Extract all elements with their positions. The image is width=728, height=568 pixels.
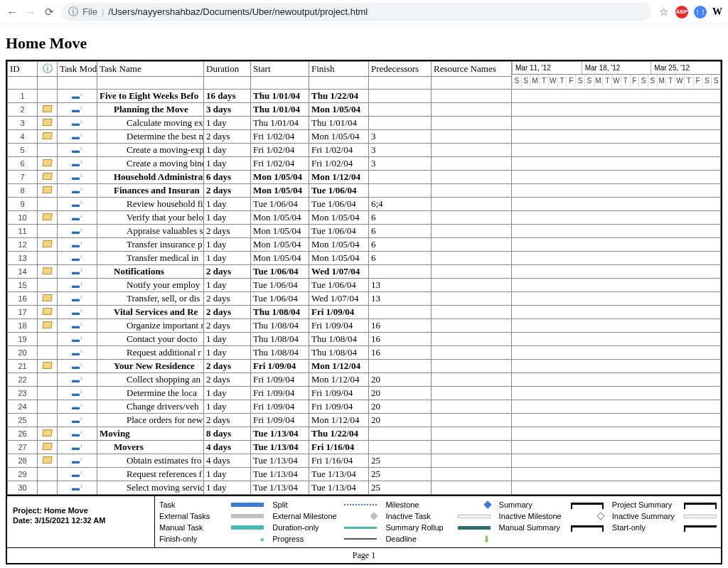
cell-resources[interactable] — [432, 319, 512, 333]
cell-name[interactable]: Movers — [97, 441, 204, 454]
cell-start[interactable]: Thu 1/01/04 — [251, 117, 309, 130]
cell-predecessors[interactable]: 16 — [369, 333, 432, 346]
cell-start[interactable]: Fri 1/02/04 — [251, 157, 309, 171]
cell-finish[interactable]: Thu 1/22/04 — [309, 427, 369, 441]
cell-start[interactable]: Fri 1/09/04 — [251, 400, 309, 414]
table-row[interactable]: 25Place orders for new2 daysFri 1/09/04M… — [8, 414, 721, 427]
table-row[interactable]: 3Calculate moving exp1 dayThu 1/01/04Thu… — [8, 117, 721, 130]
table-row[interactable]: 29Request references f1 dayTue 1/13/04Tu… — [8, 468, 721, 481]
cell-start[interactable]: Mon 1/05/04 — [251, 225, 309, 238]
cell-start[interactable]: Mon 1/05/04 — [251, 211, 309, 225]
cell-duration[interactable]: 1 day — [204, 346, 251, 360]
cell-duration[interactable]: 16 days — [204, 90, 251, 103]
cell-duration[interactable]: 2 days — [204, 292, 251, 306]
cell-resources[interactable] — [432, 373, 512, 387]
cell-predecessors[interactable]: 3 — [369, 144, 432, 157]
cell-duration[interactable]: 4 days — [204, 441, 251, 454]
cell-name[interactable]: Your New Residence — [97, 360, 204, 373]
cell-start[interactable]: Thu 1/08/04 — [251, 319, 309, 333]
cell-duration[interactable]: 2 days — [204, 360, 251, 373]
cell-duration[interactable]: 1 day — [204, 252, 251, 265]
cell-predecessors[interactable] — [369, 441, 432, 454]
cell-resources[interactable] — [432, 157, 512, 171]
cell-name[interactable]: Calculate moving exp — [97, 117, 204, 130]
cell-name[interactable]: Select moving servic — [97, 481, 204, 495]
cell-finish[interactable]: Fri 1/09/04 — [309, 319, 369, 333]
cell-resources[interactable] — [432, 90, 512, 103]
cell-start[interactable]: Tue 1/13/04 — [251, 427, 309, 441]
table-row[interactable]: 27Movers4 daysTue 1/13/04Fri 1/16/04 — [8, 441, 721, 454]
cell-name[interactable]: Transfer, sell, or dis — [97, 292, 204, 306]
cell-start[interactable]: Thu 1/08/04 — [251, 333, 309, 346]
cell-resources[interactable] — [432, 211, 512, 225]
cell-predecessors[interactable] — [369, 184, 432, 198]
cell-finish[interactable]: Tue 1/13/04 — [309, 468, 369, 481]
cell-start[interactable]: Thu 1/08/04 — [251, 346, 309, 360]
cell-finish[interactable]: Mon 1/05/04 — [309, 238, 369, 252]
cell-predecessors[interactable]: 20 — [369, 414, 432, 427]
cell-name[interactable]: Transfer medical in — [97, 252, 204, 265]
star-icon[interactable]: ☆ — [657, 6, 670, 18]
cell-name[interactable]: Create a moving bind — [97, 157, 204, 171]
col-finish[interactable]: Finish — [309, 62, 369, 77]
cell-start[interactable]: Mon 1/05/04 — [251, 184, 309, 198]
cell-resources[interactable] — [432, 306, 512, 319]
cell-duration[interactable]: 1 day — [204, 117, 251, 130]
cell-duration[interactable]: 2 days — [204, 265, 251, 279]
cell-finish[interactable]: Wed 1/07/04 — [309, 292, 369, 306]
cell-resources[interactable] — [432, 468, 512, 481]
table-row[interactable]: 13Transfer medical in1 dayMon 1/05/04Mon… — [8, 252, 721, 265]
cell-predecessors[interactable] — [369, 171, 432, 184]
cell-predecessors[interactable]: 13 — [369, 279, 432, 292]
cell-name[interactable]: Place orders for new — [97, 414, 204, 427]
cell-start[interactable]: Tue 1/06/04 — [251, 265, 309, 279]
cell-finish[interactable]: Tue 1/13/04 — [309, 481, 369, 495]
cell-name[interactable]: Verify that your belo — [97, 211, 204, 225]
table-row[interactable]: 12Transfer insurance p1 dayMon 1/05/04Mo… — [8, 238, 721, 252]
cell-predecessors[interactable]: 20 — [369, 387, 432, 400]
cell-duration[interactable]: 2 days — [204, 306, 251, 319]
cell-duration[interactable]: 1 day — [204, 238, 251, 252]
cell-finish[interactable]: Mon 1/05/04 — [309, 103, 369, 117]
cell-resources[interactable] — [432, 454, 512, 468]
table-row[interactable]: 14Notifications2 daysTue 1/06/04Wed 1/07… — [8, 265, 721, 279]
table-row[interactable]: 1Five to Eight Weeks Befo16 daysThu 1/01… — [8, 90, 721, 103]
cell-resources[interactable] — [432, 441, 512, 454]
cell-start[interactable]: Fri 1/09/04 — [251, 387, 309, 400]
cell-finish[interactable]: Fri 1/16/04 — [309, 441, 369, 454]
cell-name[interactable]: Household Administratio — [97, 171, 204, 184]
cell-resources[interactable] — [432, 292, 512, 306]
cell-start[interactable]: Thu 1/08/04 — [251, 306, 309, 319]
cell-predecessors[interactable]: 3 — [369, 157, 432, 171]
table-row[interactable]: 7Household Administratio6 daysMon 1/05/0… — [8, 171, 721, 184]
reload-button[interactable]: ⟳ — [43, 6, 55, 18]
cell-finish[interactable]: Tue 1/06/04 — [309, 198, 369, 211]
cell-predecessors[interactable]: 6 — [369, 238, 432, 252]
cell-name[interactable]: Notify your employ — [97, 279, 204, 292]
cell-finish[interactable]: Fri 1/02/04 — [309, 157, 369, 171]
col-name[interactable]: Task Name — [97, 62, 204, 77]
table-row[interactable]: 18Organize important r2 daysThu 1/08/04F… — [8, 319, 721, 333]
cell-start[interactable]: Tue 1/13/04 — [251, 454, 309, 468]
table-row[interactable]: 2Planning the Move3 daysThu 1/01/04Mon 1… — [8, 103, 721, 117]
col-info[interactable]: ⓘ — [38, 62, 58, 77]
table-row[interactable]: 9Review household fin1 dayTue 1/06/04Tue… — [8, 198, 721, 211]
cell-resources[interactable] — [432, 346, 512, 360]
cell-name[interactable]: Vital Services and Re — [97, 306, 204, 319]
cell-predecessors[interactable]: 25 — [369, 468, 432, 481]
cell-duration[interactable]: 2 days — [204, 130, 251, 144]
cell-start[interactable]: Tue 1/13/04 — [251, 481, 309, 495]
table-row[interactable]: 21Your New Residence2 daysFri 1/09/04Mon… — [8, 360, 721, 373]
cell-name[interactable]: Request additional r — [97, 346, 204, 360]
table-row[interactable]: 22Collect shopping an2 daysFri 1/09/04Mo… — [8, 373, 721, 387]
cell-predecessors[interactable] — [369, 265, 432, 279]
col-resources[interactable]: Resource Names — [432, 62, 512, 77]
cell-start[interactable]: Fri 1/09/04 — [251, 360, 309, 373]
cell-resources[interactable] — [432, 414, 512, 427]
cell-name[interactable]: Review household fin — [97, 198, 204, 211]
table-row[interactable]: 15Notify your employ1 dayTue 1/06/04Tue … — [8, 279, 721, 292]
cell-finish[interactable]: Tue 1/06/04 — [309, 225, 369, 238]
cell-name[interactable]: Five to Eight Weeks Befo — [97, 90, 204, 103]
cell-name[interactable]: Determine the loca — [97, 387, 204, 400]
cell-predecessors[interactable]: 16 — [369, 319, 432, 333]
